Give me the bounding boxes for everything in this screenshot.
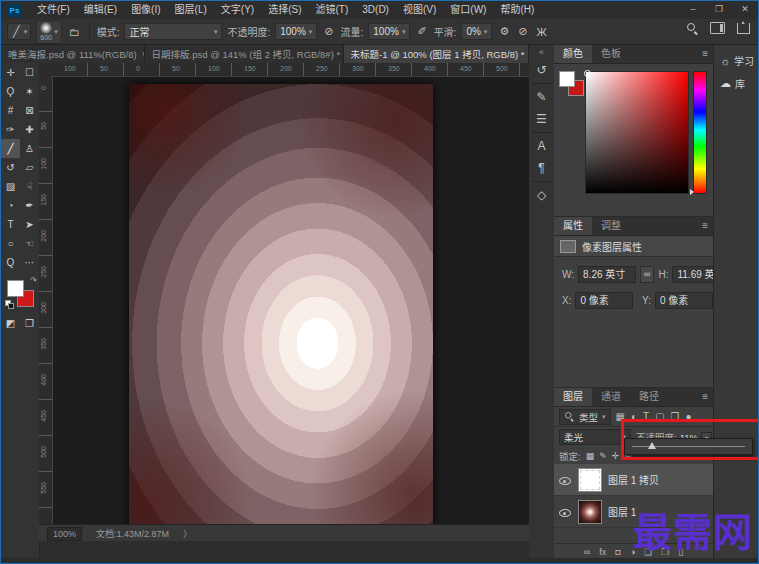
quick-selection-tool[interactable]: ✶: [20, 82, 39, 101]
pen-tool[interactable]: ✒: [20, 196, 39, 215]
document-tab-1[interactable]: 唯美海报.psd @ 111%(RGB/8) ×: [1, 45, 145, 63]
menu-help[interactable]: 帮助(H): [493, 1, 541, 19]
minimize-button[interactable]: –: [680, 1, 706, 17]
brush-preset-picker[interactable]: 600 ▾: [36, 20, 62, 44]
tab-swatches[interactable]: 色板: [592, 45, 630, 63]
search-icon[interactable]: [687, 23, 698, 34]
history-panel-icon[interactable]: ↺: [529, 59, 554, 81]
tool-preset-picker[interactable]: ╱ ▾: [7, 23, 31, 40]
menu-image[interactable]: 图像(I): [124, 1, 167, 19]
learn-panel-button[interactable]: ☼ 学习: [714, 45, 759, 68]
hue-slider-handle[interactable]: [690, 189, 694, 195]
eyedropper-tool[interactable]: ✑: [1, 120, 20, 139]
smudge-tool[interactable]: ☟: [20, 177, 39, 196]
layer-thumbnail[interactable]: [578, 500, 602, 524]
layer-thumbnail[interactable]: [578, 468, 602, 492]
close-button[interactable]: ✕: [732, 1, 758, 17]
vertical-ruler[interactable]: 0 50 100 150 200 250 300 350 400 450 500…: [39, 76, 53, 541]
history-brush-tool[interactable]: ↺: [1, 158, 20, 177]
document-canvas[interactable]: [129, 84, 433, 531]
menu-type[interactable]: 文字(Y): [214, 1, 261, 19]
tab-channels[interactable]: 通道: [592, 388, 630, 406]
expand-panels-chevron[interactable]: «: [529, 45, 554, 59]
saturation-brightness-picker[interactable]: [585, 71, 689, 194]
menu-view[interactable]: 视图(V): [396, 1, 443, 19]
brush-settings-panel-icon[interactable]: ✎: [529, 86, 554, 108]
gradient-tool[interactable]: ▨: [1, 177, 20, 196]
tab-layers[interactable]: 图层: [554, 388, 592, 406]
menu-file[interactable]: 文件(F): [30, 1, 77, 19]
blend-mode-select[interactable]: 正常 ▾: [124, 23, 222, 40]
tab-properties[interactable]: 属性: [554, 217, 592, 235]
clone-stamp-tool[interactable]: ♙: [20, 139, 39, 158]
libraries-panel-button[interactable]: ☁ 库: [714, 68, 759, 91]
zoom-level-field[interactable]: 100%: [47, 527, 82, 541]
dodge-tool[interactable]: ◔: [1, 196, 20, 215]
path-selection-tool[interactable]: ➤: [20, 215, 39, 234]
menu-3d[interactable]: 3D(D): [355, 1, 396, 19]
screen-mode-button[interactable]: ❐: [20, 314, 39, 333]
eraser-tool[interactable]: ▱: [20, 158, 39, 177]
type-tool[interactable]: T: [1, 215, 20, 234]
y-field[interactable]: 0 像素: [655, 292, 713, 309]
tab-adjustments[interactable]: 调整: [592, 217, 630, 235]
paragraph-panel-icon[interactable]: ¶: [529, 157, 554, 179]
marquee-tool[interactable]: ☐: [20, 63, 39, 82]
foreground-color-swatch[interactable]: [559, 71, 575, 87]
tab-paths[interactable]: 路径: [630, 388, 668, 406]
link-dimensions-icon[interactable]: ∞: [640, 266, 654, 283]
opacity-select[interactable]: 100% ▾: [275, 23, 317, 40]
menu-select[interactable]: 选择(S): [261, 1, 308, 19]
brush-settings-toggle-icon[interactable]: 🗀: [67, 26, 82, 38]
frame-tool[interactable]: ⊠: [20, 101, 39, 120]
zoom-tool[interactable]: Q: [1, 253, 20, 272]
paint-symmetry-icon[interactable]: Ж: [534, 26, 548, 38]
maximize-button[interactable]: ❐: [706, 1, 732, 17]
flow-select[interactable]: 100% ▾: [368, 23, 410, 40]
airbrush-icon[interactable]: ✐: [415, 25, 428, 38]
3d-panel-icon[interactable]: ◇: [529, 184, 554, 206]
menu-window[interactable]: 窗口(W): [443, 1, 493, 19]
link-layers-icon[interactable]: ∞: [584, 547, 590, 557]
layer-row-1[interactable]: 图层 1 拷贝: [554, 464, 713, 496]
layer-visibility-eye-icon[interactable]: [558, 506, 572, 518]
brush-tool[interactable]: ╱: [1, 139, 20, 158]
width-field[interactable]: 8.26 英寸: [578, 266, 636, 283]
color-picker-handle[interactable]: [584, 70, 591, 77]
share-icon[interactable]: [737, 23, 750, 34]
add-layer-mask-icon[interactable]: ◘: [615, 547, 620, 557]
brush-presets-panel-icon[interactable]: ☰: [529, 108, 554, 130]
document-tab-2[interactable]: 日期排版.psd @ 141% (组 2 拷贝, RGB/8#) * ×: [145, 45, 344, 63]
ruler-origin[interactable]: [39, 63, 53, 77]
shape-tool[interactable]: ○: [1, 234, 20, 253]
quick-mask-button[interactable]: ◩: [1, 314, 20, 333]
lock-image-pixels-icon[interactable]: ✎: [599, 451, 607, 461]
crop-tool[interactable]: #: [1, 101, 20, 120]
panel-menu-icon[interactable]: ≡: [702, 388, 708, 406]
workspace-switcher-icon[interactable]: [710, 22, 725, 34]
x-field[interactable]: 0 像素: [575, 292, 633, 309]
swap-colors-icon[interactable]: ↷: [30, 276, 37, 285]
hand-tool[interactable]: ☜: [20, 234, 39, 253]
spot-healing-tool[interactable]: ✚: [20, 120, 39, 139]
pressure-opacity-icon[interactable]: ⊘: [322, 25, 335, 38]
gear-icon[interactable]: ⚙: [497, 25, 511, 38]
menu-filter[interactable]: 滤镜(T): [309, 1, 356, 19]
layer-filter-type-select[interactable]: 类型 ▾: [559, 409, 611, 425]
lock-position-icon[interactable]: ✛: [612, 451, 620, 461]
default-colors-icon[interactable]: [5, 300, 12, 307]
layer-visibility-eye-icon[interactable]: [558, 474, 572, 486]
edit-toolbar-button[interactable]: ⋯: [20, 253, 39, 272]
smoothing-select[interactable]: 0% ▾: [461, 23, 492, 40]
pressure-size-icon[interactable]: ⊘: [516, 25, 529, 38]
lock-transparent-pixels-icon[interactable]: ▦: [586, 451, 595, 461]
layer-effects-icon[interactable]: fx: [599, 547, 606, 557]
menu-layer[interactable]: 图层(L): [168, 1, 214, 19]
status-expand-chevron[interactable]: 〉: [183, 527, 192, 540]
horizontal-ruler[interactable]: 100 50 0 50 100 150 200 250 300 350 400 …: [52, 63, 529, 77]
document-tab-3-active[interactable]: 未标题-1 @ 100% (图层 1 拷贝, RGB/8) * ×: [344, 45, 529, 63]
hue-slider[interactable]: [693, 71, 707, 194]
panel-menu-icon[interactable]: ≡: [702, 217, 708, 235]
layer-name[interactable]: 图层 1 拷贝: [608, 472, 659, 487]
character-panel-icon[interactable]: A: [529, 135, 554, 157]
